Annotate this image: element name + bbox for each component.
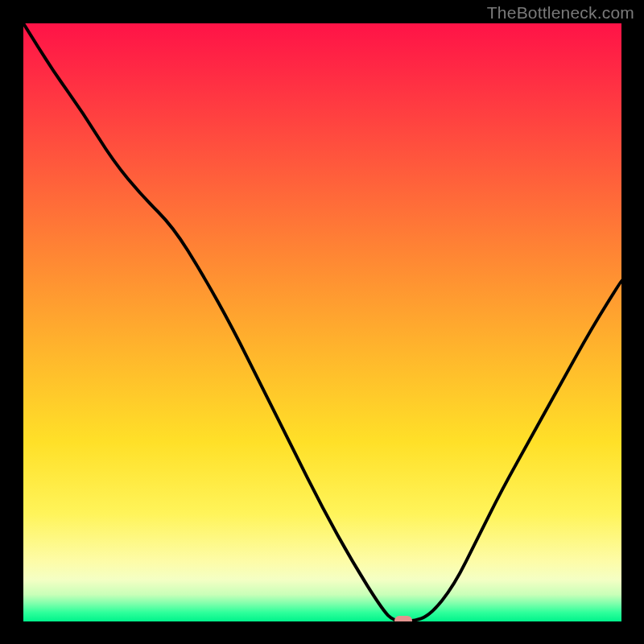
plot-area: [23, 23, 621, 621]
chart-frame: TheBottleneck.com: [0, 0, 644, 644]
watermark-text: TheBottleneck.com: [487, 3, 634, 23]
bottleneck-curve: [23, 23, 621, 621]
optimal-point-marker: [394, 616, 412, 621]
